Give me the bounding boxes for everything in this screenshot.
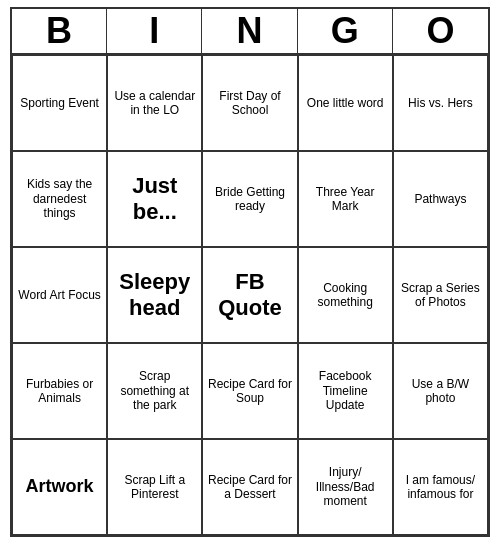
bingo-cell: FB Quote bbox=[202, 247, 297, 343]
cell-label: Furbabies or Animals bbox=[17, 377, 102, 406]
bingo-cell: Pathways bbox=[393, 151, 488, 247]
bingo-cell: I am famous/ infamous for bbox=[393, 439, 488, 535]
cell-label: Recipe Card for a Dessert bbox=[207, 473, 292, 502]
cell-label: One little word bbox=[307, 96, 384, 110]
bingo-cell: Injury/ Illness/Bad moment bbox=[298, 439, 393, 535]
bingo-cell: Three Year Mark bbox=[298, 151, 393, 247]
bingo-cell: Just be... bbox=[107, 151, 202, 247]
cell-label: Recipe Card for Soup bbox=[207, 377, 292, 406]
cell-label: Facebook Timeline Update bbox=[303, 369, 388, 412]
bingo-cell: Furbabies or Animals bbox=[12, 343, 107, 439]
bingo-card: BINGO Sporting EventUse a calendar in th… bbox=[10, 7, 490, 537]
bingo-cell: Artwork bbox=[12, 439, 107, 535]
cell-label: Scrap something at the park bbox=[112, 369, 197, 412]
bingo-cell: Sleepy head bbox=[107, 247, 202, 343]
bingo-cell: Word Art Focus bbox=[12, 247, 107, 343]
cell-label: FB Quote bbox=[207, 269, 292, 322]
header-letter: G bbox=[298, 9, 393, 53]
bingo-cell: Scrap Lift a Pinterest bbox=[107, 439, 202, 535]
cell-label: Bride Getting ready bbox=[207, 185, 292, 214]
bingo-cell: Bride Getting ready bbox=[202, 151, 297, 247]
cell-label: Scrap Lift a Pinterest bbox=[112, 473, 197, 502]
bingo-cell: Recipe Card for Soup bbox=[202, 343, 297, 439]
cell-label: First Day of School bbox=[207, 89, 292, 118]
bingo-cell: Scrap a Series of Photos bbox=[393, 247, 488, 343]
cell-label: Sporting Event bbox=[20, 96, 99, 110]
bingo-cell: Recipe Card for a Dessert bbox=[202, 439, 297, 535]
cell-label: Scrap a Series of Photos bbox=[398, 281, 483, 310]
cell-label: Three Year Mark bbox=[303, 185, 388, 214]
header-letter: O bbox=[393, 9, 488, 53]
header-letter: I bbox=[107, 9, 202, 53]
cell-label: Artwork bbox=[26, 476, 94, 498]
cell-label: I am famous/ infamous for bbox=[398, 473, 483, 502]
bingo-cell: One little word bbox=[298, 55, 393, 151]
cell-label: Injury/ Illness/Bad moment bbox=[303, 465, 388, 508]
cell-label: Use a calendar in the LO bbox=[112, 89, 197, 118]
bingo-cell: Use a B/W photo bbox=[393, 343, 488, 439]
cell-label: Kids say the darnedest things bbox=[17, 177, 102, 220]
cell-label: Cooking something bbox=[303, 281, 388, 310]
bingo-cell: Sporting Event bbox=[12, 55, 107, 151]
bingo-cell: Cooking something bbox=[298, 247, 393, 343]
bingo-cell: Scrap something at the park bbox=[107, 343, 202, 439]
cell-label: Just be... bbox=[112, 173, 197, 226]
header-letter: B bbox=[12, 9, 107, 53]
cell-label: Sleepy head bbox=[112, 269, 197, 322]
cell-label: Use a B/W photo bbox=[398, 377, 483, 406]
bingo-cell: Kids say the darnedest things bbox=[12, 151, 107, 247]
bingo-cell: Facebook Timeline Update bbox=[298, 343, 393, 439]
bingo-cell: First Day of School bbox=[202, 55, 297, 151]
cell-label: His vs. Hers bbox=[408, 96, 473, 110]
cell-label: Pathways bbox=[414, 192, 466, 206]
header-letter: N bbox=[202, 9, 297, 53]
bingo-header: BINGO bbox=[12, 9, 488, 55]
cell-label: Word Art Focus bbox=[18, 288, 100, 302]
bingo-cell: Use a calendar in the LO bbox=[107, 55, 202, 151]
bingo-grid: Sporting EventUse a calendar in the LOFi… bbox=[12, 55, 488, 535]
bingo-cell: His vs. Hers bbox=[393, 55, 488, 151]
